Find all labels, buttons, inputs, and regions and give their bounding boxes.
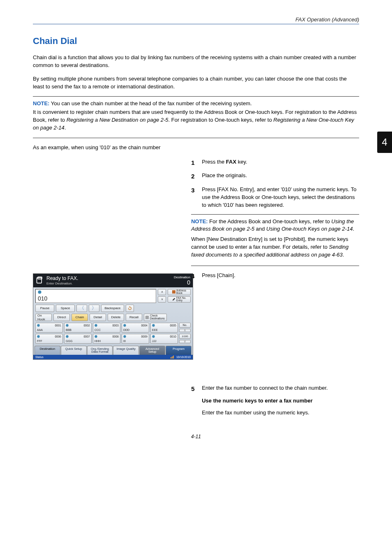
signal-icon	[171, 356, 174, 358]
one-touch-num: 0004	[141, 324, 148, 327]
step-3: 3 Press [FAX No. Entry], and enter '010'…	[191, 186, 359, 209]
note-2-ref2: Using One-touch Keys on page 2-14	[266, 226, 353, 232]
one-touch-key[interactable]: 0010 JJJ	[150, 334, 178, 344]
note-1-text-2c: .	[65, 125, 66, 131]
step-1-text-b: key.	[236, 159, 247, 165]
step-2-text: Place the originals.	[202, 172, 247, 181]
chain-button[interactable]: Chain	[71, 314, 88, 321]
divider	[191, 214, 359, 215]
scroll-up-button[interactable]: ∧	[158, 289, 166, 295]
note-label: NOTE:	[33, 100, 49, 106]
intro-para-1: Chain dial is a function that allows you…	[33, 54, 359, 69]
scroll-down-button[interactable]: ∨	[158, 296, 166, 303]
divider	[33, 138, 359, 138]
note-2: NOTE: For the Address Book and One-touch…	[191, 218, 359, 259]
refresh-button[interactable]	[126, 305, 134, 312]
cursor-right-button[interactable]: 〉	[89, 305, 99, 312]
destination-label: Destination	[174, 275, 190, 279]
one-touch-num: 0006	[55, 335, 61, 338]
destination-count: 0	[174, 279, 190, 286]
chevron-left-icon: 〈	[79, 305, 84, 312]
step-5-content: Enter the fax number to connect to the c…	[202, 384, 327, 417]
svg-point-9	[95, 324, 97, 326]
section-title: Chain Dial	[33, 36, 359, 46]
note-2-p1c: .	[353, 226, 354, 232]
one-touch-key[interactable]: 0008 HHH	[93, 334, 120, 344]
dest-icon	[37, 324, 40, 327]
running-head: FAX Operation (Advanced)	[33, 16, 359, 24]
one-touch-num: 0003	[112, 324, 119, 327]
check-destinations-label: Check Destinations	[150, 314, 165, 320]
number-display: 010	[35, 289, 156, 303]
one-touch-label: HHH	[95, 340, 119, 342]
check-destinations-button[interactable]: Check Destinations	[144, 314, 167, 321]
svg-point-15	[123, 335, 126, 338]
note-1-line-2: It is convenient to register chain numbe…	[33, 109, 359, 132]
one-touch-num: 0002	[83, 324, 90, 327]
one-touch-num: 0008	[112, 335, 119, 338]
one-touch-key[interactable]: 0004 DDD	[122, 323, 149, 333]
example-line: As an example, when using '010' as the c…	[33, 144, 359, 152]
step-4: 4 Press [Chain].	[191, 272, 359, 281]
one-touch-num: 0005	[170, 324, 176, 327]
direct-button[interactable]: Direct	[53, 314, 70, 321]
dest-icon	[66, 324, 69, 327]
one-touch-key[interactable]: 0001 AAA	[35, 323, 63, 333]
intro-para-2: By setting multiple phone numbers from s…	[33, 75, 359, 91]
note-1-ref-1: Registering a New Destination on page 2-…	[67, 117, 168, 123]
one-touch-num: 0007	[83, 335, 90, 338]
tab-destination[interactable]: Destination	[35, 346, 60, 355]
note-2-p2a: When [New Destination Entry] is set to […	[191, 236, 348, 250]
tab-quick-setup[interactable]: Quick Setup	[61, 346, 87, 355]
dest-icon	[123, 324, 126, 327]
pen-icon	[172, 298, 175, 301]
tab-advanced-setup[interactable]: Advanced Setup	[139, 346, 165, 355]
pause-button[interactable]: Pause	[35, 305, 54, 312]
svg-point-14	[95, 335, 97, 338]
cursor-left-button[interactable]: 〈	[76, 305, 87, 312]
tab-image-quality[interactable]: Image Quality	[113, 346, 139, 355]
refresh-icon	[128, 306, 132, 310]
status-label[interactable]: Status	[35, 356, 44, 358]
one-touch-key[interactable]: 0009 III	[122, 334, 149, 344]
fax-icon	[36, 276, 44, 284]
one-touch-num: 0001	[55, 324, 61, 327]
svg-point-12	[37, 335, 39, 338]
list-icon	[145, 316, 149, 319]
tab-org-sending[interactable]: Org./Sending Data Format	[87, 346, 113, 355]
one-touch-key[interactable]: 0003 CCC	[93, 323, 120, 333]
detail-button[interactable]: Detail	[90, 314, 106, 321]
fax-title: Ready to FAX.	[46, 276, 78, 282]
chevron-right-icon: 〉	[92, 305, 97, 312]
chevron-down-icon: ∨	[161, 298, 163, 301]
step-4-text: Press [Chain].	[202, 272, 235, 281]
one-touch-num: 0010	[170, 335, 176, 338]
one-touch-key[interactable]: 0002 BBB	[64, 323, 92, 333]
svg-point-8	[66, 324, 68, 326]
space-button[interactable]: Space	[56, 305, 75, 312]
dest-icon	[152, 335, 155, 338]
one-touch-key[interactable]: 0006 FFF	[35, 334, 63, 344]
dest-icon	[123, 335, 126, 338]
one-touch-key[interactable]: 0005 EEE	[150, 323, 178, 333]
recall-button[interactable]: Recall	[126, 314, 142, 321]
step-number: 3	[191, 186, 202, 209]
svg-point-2	[38, 290, 41, 294]
on-hook-button[interactable]: On Hook	[35, 314, 52, 321]
number-value: 010	[38, 295, 154, 302]
note-1-text-2b: . For registration to One-touch keys, re…	[168, 117, 274, 123]
step-number: 1	[191, 158, 202, 167]
svg-point-7	[37, 324, 39, 326]
note-1-line-1: NOTE: You can use the chain number at th…	[33, 100, 359, 108]
dest-icon	[95, 335, 97, 338]
one-touch-key[interactable]: 0007 GGG	[64, 334, 92, 344]
note-2-p2b: .	[343, 252, 344, 258]
chapter-tab: 4	[377, 132, 392, 153]
chevron-up-icon: ∧	[161, 290, 163, 294]
delete-button[interactable]: Delete	[108, 314, 124, 321]
step-2: 2 Place the originals.	[191, 172, 359, 181]
step-1: 1 Press the FAX key.	[191, 158, 359, 167]
status-bar: Status 10/10/2010	[33, 355, 193, 359]
step-number: 5	[191, 384, 202, 417]
backspace-button[interactable]: Backspace	[101, 305, 124, 312]
